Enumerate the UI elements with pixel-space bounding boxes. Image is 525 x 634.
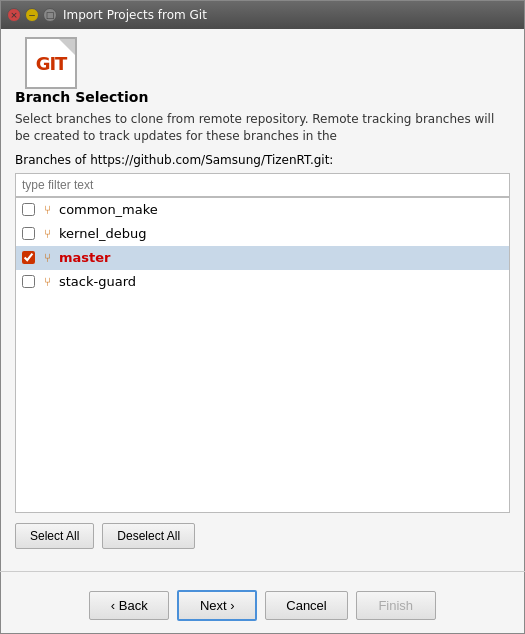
repo-label: Branches of https://github.com/Samsung/T… (15, 153, 510, 167)
branch-checkbox[interactable] (22, 275, 35, 288)
minimize-button[interactable]: − (25, 8, 39, 22)
branch-list: ⑂common_make⑂kernel_debug⑂master⑂stack-g… (15, 197, 510, 513)
branch-item[interactable]: ⑂master (16, 246, 509, 270)
git-logo: GIT (25, 37, 77, 89)
back-chevron-icon: ‹ (111, 598, 119, 613)
next-button[interactable]: Next › (177, 590, 257, 621)
branch-icon: ⑂ (39, 202, 55, 218)
window-controls: × − □ (7, 8, 57, 22)
branch-checkbox[interactable] (22, 227, 35, 240)
branch-icon: ⑂ (39, 226, 55, 242)
divider (0, 571, 525, 572)
main-content: GIT Branch Selection Select branches to … (1, 29, 524, 567)
back-button[interactable]: ‹ < BackBack (89, 591, 169, 620)
branch-checkbox[interactable] (22, 203, 35, 216)
branch-item[interactable]: ⑂stack-guard (16, 270, 509, 294)
close-button[interactable]: × (7, 8, 21, 22)
branch-item[interactable]: ⑂common_make (16, 198, 509, 222)
branch-checkbox[interactable] (22, 251, 35, 264)
branch-name: master (59, 250, 111, 265)
next-chevron-icon: › (230, 598, 234, 613)
footer: ‹ < BackBack Next › Cancel Finish (1, 576, 524, 633)
window-title: Import Projects from Git (63, 8, 518, 22)
section-title: Branch Selection (15, 89, 510, 105)
deselect-all-button[interactable]: Deselect All (102, 523, 195, 549)
cancel-button[interactable]: Cancel (265, 591, 347, 620)
select-buttons: Select All Deselect All (15, 523, 510, 549)
branch-name: common_make (59, 202, 158, 217)
description: Select branches to clone from remote rep… (15, 111, 510, 145)
maximize-button[interactable]: □ (43, 8, 57, 22)
select-all-button[interactable]: Select All (15, 523, 94, 549)
branch-icon: ⑂ (39, 250, 55, 266)
window: × − □ Import Projects from Git GIT Branc… (0, 0, 525, 634)
branch-item[interactable]: ⑂kernel_debug (16, 222, 509, 246)
branch-name: stack-guard (59, 274, 136, 289)
filter-input[interactable] (15, 173, 510, 197)
finish-button: Finish (356, 591, 436, 620)
branch-name: kernel_debug (59, 226, 147, 241)
titlebar: × − □ Import Projects from Git (1, 1, 524, 29)
branch-icon: ⑂ (39, 274, 55, 290)
